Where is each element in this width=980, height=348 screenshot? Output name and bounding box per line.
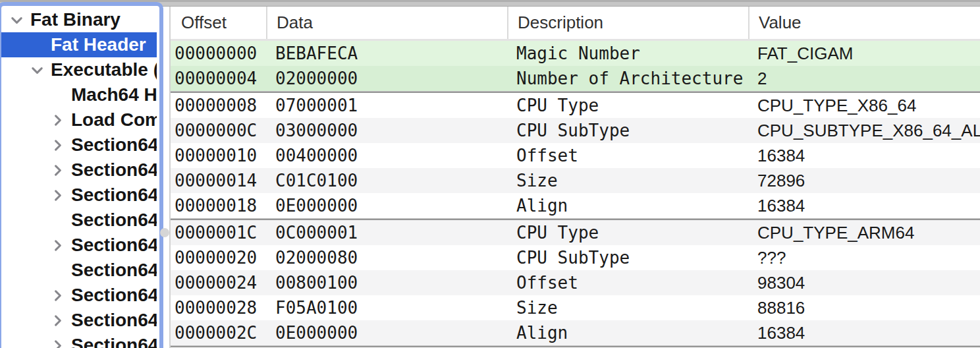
chevron-right-icon[interactable] <box>49 132 71 158</box>
cell-value: 98304 <box>748 273 980 293</box>
column-header-description[interactable]: Description <box>507 7 748 39</box>
cell-description: CPU Type <box>507 223 748 243</box>
cell-data: 02000000 <box>266 69 507 88</box>
cell-data: 0E000000 <box>266 196 507 216</box>
sidebar-item-label: Section64 <box>71 134 157 156</box>
group-separator <box>171 345 980 347</box>
cell-offset: 00000004 <box>171 69 266 88</box>
sidebar-item-label: Fat Header <box>51 34 146 55</box>
cell-data: BEBAFECA <box>266 44 507 63</box>
chevron-spacer <box>49 82 71 107</box>
sidebar-item-label: Section64 <box>71 285 157 306</box>
column-header-data[interactable]: Data <box>266 7 507 39</box>
cell-description: Offset <box>507 273 748 293</box>
cell-data: 00400000 <box>266 146 507 165</box>
chevron-down-icon[interactable] <box>8 7 30 32</box>
cell-offset: 00000000 <box>171 44 266 63</box>
cell-value: 2 <box>748 69 980 89</box>
sidebar-item-executable[interactable]: Executable (X <box>1 57 157 82</box>
table-row[interactable]: 0000001C0C000001CPU TypeCPU_TYPE_ARM64 <box>171 220 980 245</box>
sidebar-item-fat-header[interactable]: Fat Header <box>1 32 157 57</box>
cell-data: 07000001 <box>266 96 507 115</box>
sidebar-item-section64-5[interactable]: Section64 <box>1 258 157 283</box>
column-header-value[interactable]: Value <box>748 7 980 39</box>
sidebar-item-label: Section64 <box>71 185 157 206</box>
cell-data: C01C0100 <box>266 171 507 190</box>
cell-value: 16384 <box>748 323 980 343</box>
cell-offset: 0000001C <box>171 223 266 243</box>
cell-description: Offset <box>507 146 748 165</box>
cell-description: Align <box>507 196 748 216</box>
sidebar-item-label: Mach64 He <box>71 84 157 105</box>
cell-value: ??? <box>748 248 980 268</box>
cell-value: 72896 <box>748 171 980 191</box>
chevron-spacer <box>28 32 51 57</box>
cell-description: CPU SubType <box>507 248 748 268</box>
sidebar-item-section64-7[interactable]: Section64 <box>1 308 157 333</box>
cell-value: CPU_SUBTYPE_X86_64_ALL <box>748 121 980 141</box>
column-header-offset[interactable]: Offset <box>171 7 266 39</box>
sidebar-item-label: Section64 <box>71 210 157 231</box>
cell-data: 0E000000 <box>266 323 507 343</box>
sidebar-item-section64-8[interactable]: Section64 <box>1 333 157 348</box>
cell-description: Size <box>507 298 748 318</box>
fields-table: Offset Data Description Value 00000000BE… <box>169 7 980 348</box>
chevron-spacer <box>49 258 71 283</box>
sidebar-item-section64-2[interactable]: Section64 <box>1 183 157 208</box>
sidebar-item-section64-6[interactable]: Section64 <box>1 283 157 308</box>
chevron-right-icon[interactable] <box>49 158 71 183</box>
sidebar-item-label: Section64 <box>71 310 157 331</box>
sidebar-item-section64-1[interactable]: Section64 <box>1 158 157 183</box>
sidebar: Fat BinaryFat HeaderExecutable (XMach64 … <box>0 2 163 348</box>
table-row[interactable]: 00000014C01C0100Size72896 <box>171 168 980 193</box>
table-header-row: Offset Data Description Value <box>171 7 980 41</box>
table-body: 00000000BEBAFECAMagic NumberFAT_CIGAM000… <box>171 41 980 347</box>
sidebar-item-label: Section64 <box>71 235 157 256</box>
cell-value: CPU_TYPE_X86_64 <box>748 96 980 116</box>
cell-data: 03000000 <box>266 121 507 140</box>
table-row[interactable]: 0000000402000000Number of Architecture2 <box>171 66 980 91</box>
sidebar-item-label: Section64 <box>71 260 157 281</box>
table-row[interactable]: 0000002002000080CPU SubType??? <box>171 245 980 270</box>
table-row[interactable]: 0000000807000001CPU TypeCPU_TYPE_X86_64 <box>171 93 980 118</box>
table-row[interactable]: 0000002C0E000000Align16384 <box>171 320 980 345</box>
table-row[interactable]: 000000180E000000Align16384 <box>171 193 980 218</box>
sidebar-item-fat-binary[interactable]: Fat Binary <box>1 7 157 32</box>
sidebar-item-mach64-header[interactable]: Mach64 He <box>1 82 157 107</box>
table-row[interactable]: 0000001000400000Offset16384 <box>171 143 980 168</box>
sidebar-item-label: Load Comm <box>71 109 157 130</box>
chevron-right-icon[interactable] <box>49 183 71 208</box>
chevron-down-icon[interactable] <box>28 57 51 82</box>
cell-value: FAT_CIGAM <box>748 44 980 64</box>
table-row[interactable]: 00000000BEBAFECAMagic NumberFAT_CIGAM <box>171 41 980 66</box>
sidebar-item-section64-4[interactable]: Section64 <box>1 233 157 258</box>
cell-offset: 00000010 <box>171 146 266 165</box>
chevron-right-icon[interactable] <box>49 333 71 348</box>
sidebar-item-section64-0[interactable]: Section64 <box>1 132 157 158</box>
cell-description: Align <box>507 323 748 343</box>
cell-description: Number of Architecture <box>507 69 748 88</box>
sidebar-item-label: Fat Binary <box>30 9 121 30</box>
table-row[interactable]: 0000000C03000000CPU SubTypeCPU_SUBTYPE_X… <box>171 118 980 143</box>
cell-description: CPU Type <box>507 96 748 115</box>
splitter-handle[interactable] <box>160 228 169 237</box>
cell-value: 16384 <box>748 196 980 216</box>
sidebar-item-load-commands[interactable]: Load Comm <box>1 107 157 132</box>
cell-description: Magic Number <box>507 44 748 63</box>
table-row[interactable]: 00000028F05A0100Size88816 <box>171 295 980 320</box>
table-row[interactable]: 0000002400800100Offset98304 <box>171 270 980 295</box>
chevron-right-icon[interactable] <box>49 283 71 308</box>
cell-offset: 00000024 <box>171 273 266 293</box>
chevron-right-icon[interactable] <box>49 107 71 132</box>
sidebar-item-label: Section64 <box>71 335 157 348</box>
cell-offset: 00000028 <box>171 298 266 318</box>
cell-value: CPU_TYPE_ARM64 <box>748 223 980 243</box>
cell-data: F05A0100 <box>266 298 507 318</box>
sidebar-item-label: Section64 <box>71 160 157 181</box>
cell-data: 02000080 <box>266 248 507 268</box>
chevron-spacer <box>49 208 71 233</box>
sidebar-item-section64-3[interactable]: Section64 <box>1 208 157 233</box>
chevron-right-icon[interactable] <box>49 233 71 258</box>
sidebar-item-label: Executable (X <box>51 59 157 80</box>
chevron-right-icon[interactable] <box>49 308 71 333</box>
